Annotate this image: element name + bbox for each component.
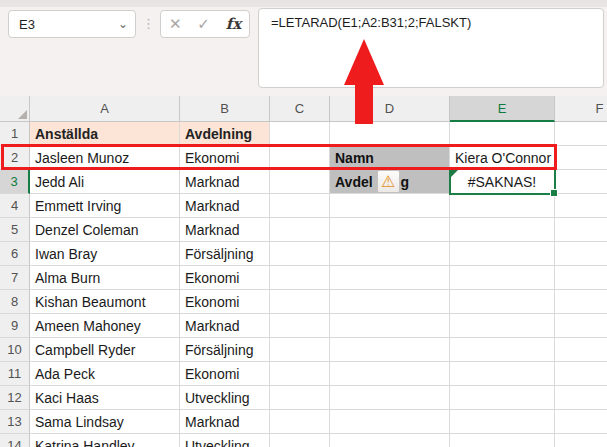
cell-f12[interactable] — [555, 386, 607, 410]
cell-e10[interactable] — [450, 338, 555, 362]
cell-c3[interactable] — [270, 170, 330, 194]
row-header-10[interactable]: 10 — [0, 338, 30, 362]
cell-e12[interactable] — [450, 386, 555, 410]
drag-grip-icon[interactable]: ⋮ — [142, 10, 154, 38]
cell-a6[interactable]: Iwan Bray — [30, 242, 180, 266]
cell-b9[interactable]: Marknad — [180, 314, 270, 338]
cell-f14[interactable] — [555, 434, 607, 447]
cell-a5[interactable]: Denzel Coleman — [30, 218, 180, 242]
cell-c6[interactable] — [270, 242, 330, 266]
cell-a10[interactable]: Campbell Ryder — [30, 338, 180, 362]
cancel-icon[interactable]: ✕ — [169, 11, 182, 37]
cell-e5[interactable] — [450, 218, 555, 242]
cell-d4[interactable] — [330, 194, 450, 218]
cell-a13[interactable]: Sama Lindsay — [30, 410, 180, 434]
column-header-f[interactable]: F — [555, 96, 607, 122]
row-header-9[interactable]: 9 — [0, 314, 30, 338]
cell-f5[interactable] — [555, 218, 607, 242]
cell-a4[interactable]: Emmett Irving — [30, 194, 180, 218]
column-header-e[interactable]: E — [450, 96, 555, 122]
chevron-down-icon[interactable]: ⌄ — [111, 11, 135, 37]
cell-a8[interactable]: Kishan Beaumont — [30, 290, 180, 314]
row-header-8[interactable]: 8 — [0, 290, 30, 314]
cell-c13[interactable] — [270, 410, 330, 434]
cell-b5[interactable]: Marknad — [180, 218, 270, 242]
cell-b3[interactable]: Marknad — [180, 170, 270, 194]
row-header-6[interactable]: 6 — [0, 242, 30, 266]
cell-d8[interactable] — [330, 290, 450, 314]
cell-c10[interactable] — [270, 338, 330, 362]
cell-b14[interactable]: Utveckling — [180, 434, 270, 447]
cell-c7[interactable] — [270, 266, 330, 290]
formula-input[interactable]: =LETARAD(E1;A2:B31;2;FALSKT) — [258, 8, 604, 88]
row-header-7[interactable]: 7 — [0, 266, 30, 290]
cell-f7[interactable] — [555, 266, 607, 290]
column-header-a[interactable]: A — [30, 96, 180, 122]
cell-b7[interactable]: Ekonomi — [180, 266, 270, 290]
cell-d14[interactable] — [330, 434, 450, 447]
cell-a7[interactable]: Alma Burn — [30, 266, 180, 290]
cell-b8[interactable]: Ekonomi — [180, 290, 270, 314]
cell-f6[interactable] — [555, 242, 607, 266]
cell-c9[interactable] — [270, 314, 330, 338]
select-all-button[interactable] — [0, 96, 30, 122]
cell-c1[interactable] — [270, 122, 330, 146]
cell-c4[interactable] — [270, 194, 330, 218]
cell-e8[interactable] — [450, 290, 555, 314]
cell-a9[interactable]: Ameen Mahoney — [30, 314, 180, 338]
cell-b6[interactable]: Försäljning — [180, 242, 270, 266]
cell-d9[interactable] — [330, 314, 450, 338]
cell-c8[interactable] — [270, 290, 330, 314]
cell-a1-anstallda[interactable]: Anställda — [30, 122, 180, 146]
cell-c5[interactable] — [270, 218, 330, 242]
cell-f10[interactable] — [555, 338, 607, 362]
column-header-b[interactable]: B — [180, 96, 270, 122]
cell-f2[interactable] — [555, 146, 607, 170]
cell-a11[interactable]: Ada Peck — [30, 362, 180, 386]
cell-b11[interactable]: Ekonomi — [180, 362, 270, 386]
cell-a12[interactable]: Kaci Haas — [30, 386, 180, 410]
cell-d12[interactable] — [330, 386, 450, 410]
cell-d7[interactable] — [330, 266, 450, 290]
cell-b12[interactable]: Utveckling — [180, 386, 270, 410]
row-header-1[interactable]: 1 — [0, 122, 30, 146]
cell-d3-avdelning-label[interactable]: Avdel ⚠ g — [330, 170, 450, 194]
cell-e1[interactable] — [450, 122, 555, 146]
name-box[interactable]: E3 ⌄ — [8, 10, 136, 38]
cell-f1[interactable] — [555, 122, 607, 146]
cell-b1-avdelning[interactable]: Avdelning — [180, 122, 270, 146]
row-header-3[interactable]: 3 — [0, 170, 30, 194]
row-header-12[interactable]: 12 — [0, 386, 30, 410]
cell-d1[interactable] — [330, 122, 450, 146]
cell-e4[interactable] — [450, 194, 555, 218]
cell-d11[interactable] — [330, 362, 450, 386]
cell-d10[interactable] — [330, 338, 450, 362]
row-header-5[interactable]: 5 — [0, 218, 30, 242]
cell-d13[interactable] — [330, 410, 450, 434]
cell-e7[interactable] — [450, 266, 555, 290]
cell-b13[interactable]: Marknad — [180, 410, 270, 434]
cell-e9[interactable] — [450, 314, 555, 338]
error-trace-button[interactable]: ⚠ — [377, 170, 400, 193]
cell-c14[interactable] — [270, 434, 330, 447]
cell-f11[interactable] — [555, 362, 607, 386]
row-header-4[interactable]: 4 — [0, 194, 30, 218]
enter-icon[interactable]: ✓ — [197, 11, 210, 37]
fill-handle[interactable] — [550, 189, 558, 197]
cell-e13[interactable] — [450, 410, 555, 434]
cell-f3[interactable] — [555, 170, 607, 194]
cell-f9[interactable] — [555, 314, 607, 338]
cell-f8[interactable] — [555, 290, 607, 314]
cell-f13[interactable] — [555, 410, 607, 434]
row-header-14[interactable]: 14 — [0, 434, 30, 447]
cell-d6[interactable] — [330, 242, 450, 266]
cell-a14[interactable]: Katrina Handley — [30, 434, 180, 447]
cell-b10[interactable]: Försäljning — [180, 338, 270, 362]
cell-b4[interactable]: Marknad — [180, 194, 270, 218]
cell-c11[interactable] — [270, 362, 330, 386]
cell-f4[interactable] — [555, 194, 607, 218]
cell-a3[interactable]: Jedd Ali — [30, 170, 180, 194]
column-header-c[interactable]: C — [270, 96, 330, 122]
cell-e14[interactable] — [450, 434, 555, 447]
insert-function-icon[interactable]: fx — [226, 11, 241, 37]
